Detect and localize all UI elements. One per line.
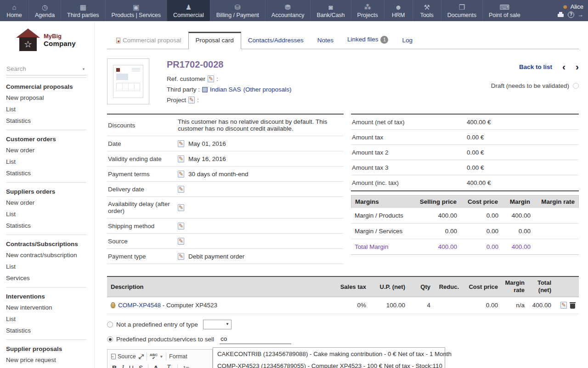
search-input[interactable] [6, 63, 86, 75]
text-color-button[interactable]: A▼ [153, 364, 162, 368]
sidebar-item-orders-statistics[interactable]: Statistics [6, 170, 86, 177]
edit-payment-terms-icon[interactable] [178, 171, 184, 178]
third-party-link[interactable]: Indian SAS [210, 86, 241, 93]
nav-item-bank-cash[interactable]: ◙ Bank/Cash [310, 0, 351, 21]
chevron-down-icon[interactable]: ▼ [82, 67, 85, 71]
sidebar-item-new-intervention[interactable]: New intervention [6, 304, 86, 311]
nav-item-home[interactable]: ⌂ Home [0, 0, 28, 21]
sidebar-item-interventions[interactable]: Interventions [6, 293, 86, 300]
back-to-list-link[interactable]: Back to list [519, 63, 552, 70]
sidebar-item-new-supplier-order[interactable]: New order [6, 199, 86, 206]
source-button[interactable]: Source [111, 353, 136, 360]
sidebar-item-commercial-proposals[interactable]: Commercial proposals [6, 83, 86, 90]
underline-button[interactable]: U [129, 364, 134, 368]
sidebar-item-contracts-subscriptions[interactable]: Contracts/Subscriptions [6, 241, 86, 247]
product-autocomplete-dropdown: CAKECONTRIB (123456789088) - Cake making… [213, 347, 445, 368]
edit-delivery-date-icon[interactable] [178, 186, 184, 193]
nav-item-commercial[interactable]: ♟ Commercial [167, 0, 210, 21]
next-record-icon[interactable]: › [576, 63, 579, 70]
strikethrough-button[interactable]: S [139, 364, 143, 368]
sidebar-item-supplier-proposals[interactable]: Supplier proposals [6, 345, 86, 352]
edit-project-icon[interactable] [188, 97, 195, 104]
object-tabs: Commercial proposal Proposal card Contac… [107, 31, 579, 49]
edit-date-icon[interactable] [178, 140, 184, 147]
nav-item-third-parties[interactable]: ▦ Third parties [61, 0, 105, 21]
edit-source-icon[interactable] [178, 238, 184, 245]
spellcheck-button[interactable]: ABC✔ ▼ [150, 353, 163, 360]
tab-log[interactable]: Log [395, 32, 419, 49]
edit-ref-customer-icon[interactable] [208, 75, 214, 82]
bank-icon: ◙ [328, 4, 333, 11]
menu-section-customer-orders: Customer orders New order List Statistic… [6, 130, 86, 182]
nav-item-projects[interactable]: ⁂ Projects [351, 0, 384, 21]
nav-item-accountancy[interactable]: ⛃ Accountancy [265, 0, 311, 21]
list-item[interactable]: CAKECONTRIB (123456789088) - Cake making… [213, 348, 445, 360]
sidebar-item-new-contract[interactable]: New contract/subscription [6, 252, 86, 259]
row-amount-tax: Amount tax 0.00 € [351, 130, 579, 145]
third-party-icon [202, 87, 208, 92]
sidebar-item-new-price-request[interactable]: New price request [6, 356, 86, 363]
sidebar-item-proposals-list[interactable]: List [6, 106, 86, 113]
status-line: Draft (needs to be validated) [491, 82, 579, 89]
nav-item-agenda[interactable]: ◷ Agenda [28, 0, 61, 21]
sidebar-item-interventions-list[interactable]: List [6, 316, 86, 322]
nav-item-tools[interactable]: ⚒ Tools [413, 0, 441, 21]
list-item[interactable]: COMP-XP4523 (123456789055) - Computer XP… [213, 360, 445, 368]
chevron-down-icon: ▼ [159, 355, 163, 359]
document-thumbnail[interactable] [107, 58, 149, 104]
sidebar-item-new-order[interactable]: New order [6, 147, 86, 154]
sidebar-item-interventions-statistics[interactable]: Statistics [6, 327, 86, 334]
edit-line-icon[interactable] [560, 302, 567, 309]
previous-record-icon[interactable]: ‹ [562, 63, 565, 70]
help-icon[interactable]: ? [568, 12, 574, 18]
nav-item-hrm[interactable]: ☻ HRM [384, 0, 413, 21]
logout-icon[interactable]: → [578, 12, 583, 18]
tab-contacts-addresses[interactable]: Contacts/Addresses [241, 32, 311, 49]
row-amount-net: Amount (net of tax) 400.00 € [351, 115, 579, 130]
company-logo[interactable]: ☆ MyBig Company [16, 29, 94, 52]
page-title: PR1702-0028 [167, 59, 292, 70]
entry-type-select[interactable] [203, 320, 232, 329]
product-icon [111, 302, 115, 308]
other-proposals-link[interactable]: (Other proposals) [243, 86, 292, 93]
tab-proposal-card[interactable]: Proposal card [188, 32, 241, 49]
edit-validity-icon[interactable] [178, 155, 184, 162]
edit-availability-icon[interactable] [178, 204, 184, 211]
format-dropdown[interactable]: Format [169, 353, 187, 360]
delete-line-icon[interactable] [570, 302, 575, 309]
sidebar-item-customer-orders[interactable]: Customer orders [6, 136, 86, 143]
user-menu[interactable]: ☻ Alice [562, 3, 583, 10]
sidebar-item-new-proposal[interactable]: New proposal [6, 94, 86, 101]
sidebar-item-proposals-statistics[interactable]: Statistics [6, 117, 86, 124]
product-search-input[interactable] [220, 334, 291, 344]
product-ref-link[interactable]: COMP-XP4548 [118, 302, 161, 309]
amounts-table: Amount (net of tax) 400.00 € Amount tax … [351, 114, 579, 191]
nav-item-point-of-sale[interactable]: ⌨ Point of sale [482, 0, 526, 21]
predefined-radio[interactable] [107, 336, 113, 342]
sidebar-item-contracts-services[interactable]: Services [6, 275, 86, 282]
tab-notes[interactable]: Notes [311, 32, 340, 49]
sidebar-item-suppliers-orders[interactable]: Suppliers orders [6, 188, 86, 195]
bold-button[interactable]: B [112, 364, 117, 368]
house-logo-icon: ☆ [16, 29, 40, 52]
nav-item-billing-payment[interactable]: ⛁ Billing / Payment [210, 0, 265, 21]
nav-item-documents[interactable]: ❐ Documents [441, 0, 482, 21]
main-content: Commercial proposal Proposal card Contac… [95, 21, 588, 368]
italic-button[interactable]: I [122, 364, 124, 368]
sidebar-item-orders-list[interactable]: List [6, 158, 86, 165]
sidebar-item-contracts-list[interactable]: List [6, 263, 86, 270]
add-line-section: Not a predefined entry of type Predefine… [107, 320, 579, 368]
remove-format-button[interactable]: Tx [167, 364, 172, 368]
numbered-list-icon[interactable]: 1≡ [183, 365, 189, 368]
edit-shipping-icon[interactable] [178, 223, 184, 230]
sidebar-item-supplier-orders-list[interactable]: List [6, 211, 86, 218]
edit-payment-type-icon[interactable] [178, 253, 184, 260]
print-icon[interactable] [557, 12, 564, 18]
margins-header: Margins Selling price Cost price Margin … [351, 195, 579, 208]
sidebar-item-supplier-orders-statistics[interactable]: Statistics [6, 222, 86, 229]
menu-section-interventions: Interventions New intervention List Stat… [6, 287, 86, 339]
nav-item-products-services[interactable]: ▣ Products | Services [105, 0, 167, 21]
free-entry-radio[interactable] [107, 322, 113, 328]
maximize-icon[interactable]: ⤢ [139, 353, 144, 361]
tab-linked-files[interactable]: Linked files1 [340, 31, 396, 49]
